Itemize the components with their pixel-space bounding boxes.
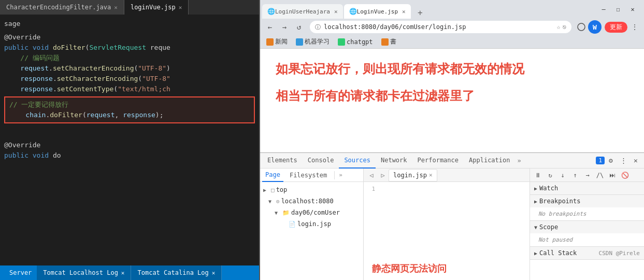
- minimize-button[interactable]: —: [596, 2, 611, 17]
- code-line: @Override: [0, 140, 259, 150]
- devtools-tab-elements[interactable]: Elements: [262, 153, 303, 169]
- code-line: response . setContentType ( "text/html;c…: [0, 84, 259, 94]
- disable-icon[interactable]: 🚫: [619, 170, 631, 181]
- no-breakpoints-text: No breakpoints: [538, 209, 636, 218]
- devtools-tab-performance[interactable]: Performance: [412, 153, 464, 169]
- devtools-tab-sources[interactable]: Sources: [339, 153, 376, 169]
- prev-file-icon[interactable]: ◁: [366, 170, 377, 181]
- editor-tab-loginvue[interactable]: loginVue.jsp ✕: [124, 0, 189, 15]
- close-icon[interactable]: ✕: [402, 8, 406, 15]
- expand-icon: ▶: [534, 250, 537, 256]
- tomcat-localhost-log-tab[interactable]: Tomcat Localhost Log ✕: [37, 265, 131, 280]
- bookmark-news[interactable]: 新闻: [264, 36, 290, 48]
- bookmark-ml[interactable]: 机器学习: [294, 36, 332, 48]
- more-button[interactable]: ⋮: [628, 21, 641, 33]
- bookmark-icon: [338, 38, 345, 46]
- back-button[interactable]: ←: [263, 20, 277, 34]
- close-icon[interactable]: ✕: [334, 8, 338, 15]
- annotation-line2: 相当于所有的请求都卡在过滤器里了: [276, 86, 628, 106]
- code-line: [0, 125, 259, 133]
- maximize-button[interactable]: ☐: [611, 2, 625, 17]
- tree-item-label: day06/comUser: [291, 209, 340, 216]
- origin-icon: ⊙: [276, 198, 280, 205]
- code-line: request . setCharacterEncoding ( "UTF-8"…: [0, 63, 259, 74]
- editor-tab-bar: CharacterEncodingFilter.java ✕ loginVue.…: [0, 0, 259, 15]
- pause-icon[interactable]: ⏸: [532, 170, 543, 181]
- devtools-settings-icon[interactable]: ⚙: [605, 155, 617, 167]
- forward-button[interactable]: →: [278, 20, 291, 34]
- url-text[interactable]: localhost:8080/day06/comUser/login.jsp: [324, 23, 554, 31]
- devtools-more-icon[interactable]: ⋮: [617, 155, 629, 167]
- close-icon[interactable]: ✕: [179, 4, 182, 11]
- browser-tab-loginuserheajara[interactable]: 🌐 LoginUserHeajara ✕: [262, 4, 343, 19]
- tomcat-catalina-log-tab[interactable]: Tomcat Catalina Log ✕: [131, 265, 222, 280]
- tree-item-loginjsp[interactable]: 📄 login.jsp: [260, 218, 363, 230]
- devtools-badge: 1: [596, 157, 605, 164]
- devtools-overlay-text: 静态网页无法访问: [364, 257, 529, 280]
- code-line: @Override: [0, 32, 259, 43]
- devtools-subtab-page[interactable]: Page: [262, 169, 283, 182]
- devtools-tab-application[interactable]: Application: [464, 153, 515, 169]
- scope-content: Not paused: [530, 233, 644, 246]
- breakpoints-content: No breakpoints: [530, 207, 644, 220]
- breakpoints-section-header[interactable]: ▶ Breakpoints: [530, 195, 644, 207]
- close-button[interactable]: ✕: [625, 2, 640, 17]
- code-viewer: 1: [364, 182, 529, 257]
- next-file-icon[interactable]: ▷: [377, 170, 389, 181]
- server-label: Server: [4, 269, 37, 276]
- expand-icon: ▶: [534, 199, 537, 204]
- close-icon[interactable]: ✕: [121, 270, 125, 276]
- dont-pause-icon[interactable]: ⏭: [607, 170, 618, 181]
- devtools-close-icon[interactable]: ✕: [629, 155, 642, 167]
- step-out-icon[interactable]: ↑: [569, 170, 581, 181]
- bookmark-label: 書: [390, 37, 396, 46]
- expand-icon: ▼: [534, 225, 537, 230]
- tab-label: CharacterEncodingFilter.java: [6, 4, 111, 11]
- address-bar[interactable]: ⓘ localhost:8080/day06/comUser/login.jsp…: [310, 21, 571, 33]
- scope-section-header[interactable]: ▼ Scope: [530, 221, 644, 233]
- new-tab-button[interactable]: +: [414, 6, 426, 19]
- step-over-icon[interactable]: ↻: [545, 170, 556, 181]
- tab-label: LoginVue.jsp: [357, 8, 398, 15]
- callstack-section-header[interactable]: ▶ Call Stack CSDN @Pirele: [530, 247, 644, 259]
- extensions-icon[interactable]: [576, 21, 587, 33]
- close-icon[interactable]: ✕: [429, 172, 433, 178]
- tree-item-top[interactable]: ▶ □ top: [260, 184, 363, 195]
- profile-icon[interactable]: W: [588, 20, 602, 34]
- debug-spacer: [530, 260, 644, 280]
- bookmark-label: 新闻: [275, 37, 288, 46]
- step-icon[interactable]: →: [582, 170, 593, 181]
- bottom-bar: Server Tomcat Localhost Log ✕ Tomcat Cat…: [0, 265, 259, 280]
- code-line: public void doFilter ( ServletRequest re…: [0, 43, 259, 53]
- subtab-more-icon[interactable]: »: [339, 172, 342, 178]
- lock-icon: ⓘ: [315, 23, 321, 31]
- devtools-tabs-bar: Elements Console Sources Network Perform…: [260, 153, 644, 169]
- tree-item-day06[interactable]: ▼ 📁 day06/comUser: [260, 207, 363, 218]
- svg-point-0: [578, 23, 585, 31]
- tree-item-localhost[interactable]: ▼ ⊙ localhost:8080: [260, 195, 363, 207]
- breakpoints-section: ▶ Breakpoints No breakpoints: [530, 195, 644, 221]
- close-icon[interactable]: ✕: [212, 270, 216, 276]
- refresh-button[interactable]: ↺: [292, 20, 306, 34]
- expand-icon: ▼: [275, 210, 281, 216]
- step-into-icon[interactable]: ↓: [557, 170, 568, 181]
- code-line: public void do: [0, 150, 259, 161]
- share-icon[interactable]: ⎋: [563, 23, 566, 31]
- close-icon[interactable]: ✕: [114, 4, 118, 11]
- tab-icon: 🌐: [349, 8, 357, 15]
- devtools-subtab-filesystem[interactable]: Filesystem: [287, 169, 330, 182]
- editor-tab-characterencoding[interactable]: CharacterEncodingFilter.java ✕: [0, 0, 124, 15]
- watch-section-header[interactable]: ▶ Watch: [530, 182, 644, 194]
- file-tab-loginjsp[interactable]: login.jsp ✕: [389, 169, 437, 181]
- devtools-tab-console[interactable]: Console: [303, 153, 339, 169]
- deactivate-breakpoints-icon[interactable]: /\: [594, 170, 606, 181]
- section-label: Breakpoints: [539, 198, 580, 205]
- bookmark-book[interactable]: 書: [379, 36, 398, 48]
- annotation-line1: 如果忘记放行，则出现所有请求都无效的情况: [276, 59, 628, 79]
- star-icon[interactable]: ☆: [557, 23, 561, 31]
- bookmark-chatgpt[interactable]: chatgpt: [336, 36, 375, 48]
- devtools-more[interactable]: »: [516, 157, 523, 164]
- devtools-tab-network[interactable]: Network: [376, 153, 412, 169]
- browser-tab-loginvue[interactable]: 🌐 LoginVue.jsp ✕: [344, 4, 411, 19]
- refresh-label-button[interactable]: 更新: [605, 22, 627, 33]
